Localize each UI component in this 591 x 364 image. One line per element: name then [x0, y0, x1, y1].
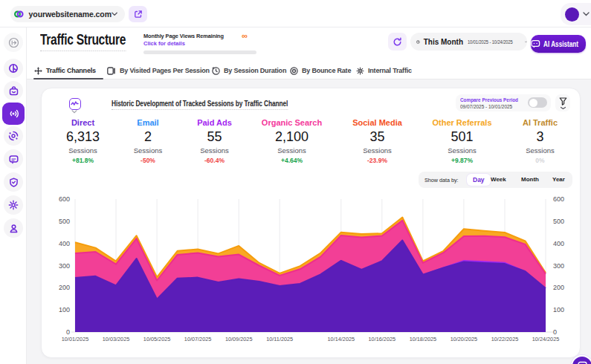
svg-text:10/20/2025: 10/20/2025 [450, 336, 478, 342]
svg-text:400: 400 [59, 240, 70, 247]
svg-text:200: 200 [553, 284, 564, 291]
svg-text:0: 0 [66, 328, 70, 336]
svg-text:600: 600 [59, 195, 70, 203]
svg-text:100: 100 [59, 306, 70, 313]
svg-text:10/01/2025: 10/01/2025 [62, 336, 89, 342]
svg-text:10/09/2025: 10/09/2025 [225, 336, 253, 342]
svg-text:10/14/2025: 10/14/2025 [328, 336, 355, 342]
svg-text:300: 300 [59, 262, 70, 270]
svg-text:10/16/2025: 10/16/2025 [369, 336, 396, 342]
svg-text:500: 500 [59, 218, 70, 225]
svg-text:10/03/2025: 10/03/2025 [103, 336, 130, 342]
svg-text:10/24/2025: 10/24/2025 [532, 336, 560, 342]
svg-text:400: 400 [553, 240, 564, 247]
svg-text:10/11/2025: 10/11/2025 [266, 336, 293, 342]
svg-text:200: 200 [59, 284, 70, 291]
svg-text:600: 600 [553, 195, 564, 203]
svg-text:10/07/2025: 10/07/2025 [184, 336, 212, 342]
svg-text:100: 100 [553, 306, 564, 313]
svg-text:500: 500 [553, 218, 564, 225]
svg-text:10/18/2025: 10/18/2025 [410, 336, 437, 342]
svg-text:10/22/2025: 10/22/2025 [491, 336, 519, 342]
svg-text:300: 300 [553, 262, 564, 270]
svg-text:10/05/2025: 10/05/2025 [143, 336, 171, 342]
svg-text:0: 0 [553, 328, 557, 336]
